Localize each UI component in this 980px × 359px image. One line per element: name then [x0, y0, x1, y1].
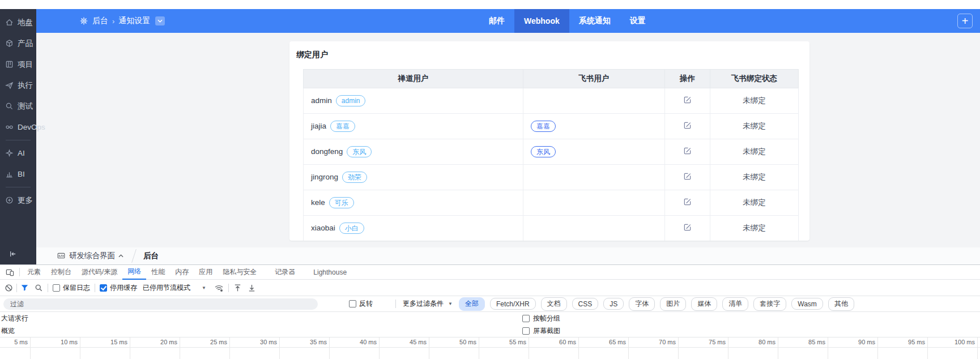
screenshots-checkbox[interactable]: 屏幕截图	[522, 324, 560, 337]
filter-funnel-icon[interactable]	[20, 284, 29, 292]
sidebar-collapse-button[interactable]	[0, 247, 36, 260]
edit-icon[interactable]	[683, 147, 692, 155]
sidebar-item-ai[interactable]: AI	[0, 143, 36, 164]
edit-icon[interactable]	[683, 96, 692, 104]
sidebar-item-project[interactable]: 项目	[0, 54, 36, 75]
sidebar-item-my[interactable]: 地盘	[0, 12, 36, 33]
chip-css[interactable]: CSS	[572, 298, 599, 310]
devtools-tab-recorder[interactable]: 记录器	[270, 265, 300, 280]
app-switcher-tab[interactable]: 研发综合界面	[57, 251, 123, 261]
table-row: kele可乐 未绑定	[304, 190, 799, 216]
chip-other[interactable]: 其他	[828, 297, 854, 311]
account-name: admin	[311, 96, 332, 105]
tab-system-notice[interactable]: 系统通知	[569, 9, 620, 33]
devtools-tab-lighthouse[interactable]: Lighthouse	[308, 265, 352, 280]
checkbox-unchecked[interactable]	[522, 315, 530, 322]
divider	[19, 268, 20, 276]
devtools-tab-performance[interactable]: 性能	[146, 265, 170, 280]
active-app-tab[interactable]: 后台	[143, 251, 159, 261]
network-options-row-1: 大请求行 按帧分组	[0, 312, 980, 324]
chip-manifest[interactable]: 清单	[722, 297, 748, 311]
top-white-strip	[0, 0, 980, 9]
group-by-frame-checkbox[interactable]: 按帧分组	[522, 312, 560, 324]
ruler-label: 65 ms	[578, 337, 628, 347]
device-toolbar-icon[interactable]	[2, 265, 17, 280]
feishu-badge: 东风	[531, 146, 556, 157]
ruler-label: 40 ms	[329, 337, 379, 347]
sidebar-item-product[interactable]: 产品	[0, 33, 36, 54]
ruler-label: 30 ms	[229, 337, 279, 347]
col-bind-status: 飞书绑定状态	[710, 70, 799, 88]
edit-icon[interactable]	[683, 198, 692, 206]
export-har-icon[interactable]	[248, 284, 256, 292]
ruler-label: 20 ms	[130, 337, 180, 347]
bind-user-table: 禅道用户 飞书用户 操作 飞书绑定状态 adminadmin 未绑定 jiaji	[303, 69, 799, 241]
chip-img[interactable]: 图片	[660, 297, 686, 311]
devtools-tab-sources[interactable]: 源代码/来源	[76, 265, 122, 280]
devtools-tab-memory[interactable]: 内存	[170, 265, 194, 280]
realname-badge: 劲荣	[342, 172, 367, 183]
devtools-tab-console[interactable]: 控制台	[46, 265, 76, 280]
bind-status: 未绑定	[710, 114, 799, 139]
more-filters-dropdown[interactable]: 更多过滤条件▼	[403, 299, 453, 309]
tab-webhook[interactable]: Webhook	[514, 9, 569, 33]
breadcrumb-dropdown[interactable]	[155, 16, 165, 25]
sidebar-item-bi[interactable]: BI	[0, 164, 36, 185]
tab-mail[interactable]: 邮件	[479, 9, 514, 33]
devtools-tab-network[interactable]: 网络	[122, 265, 146, 280]
chip-wasm[interactable]: Wasm	[791, 298, 823, 310]
devtools-tab-application[interactable]: 应用	[194, 265, 218, 280]
bottom-tab-bar: 研发综合界面 后台	[0, 247, 980, 264]
edit-icon[interactable]	[683, 223, 692, 232]
invert-filter-checkbox[interactable]: 反转	[349, 299, 373, 309]
ruler-label: 10 ms	[30, 337, 80, 347]
edit-icon[interactable]	[683, 121, 692, 130]
sidebar-item-more[interactable]: 更多	[0, 190, 36, 211]
ruler-label: 35 ms	[279, 337, 329, 347]
search-bug-icon	[5, 102, 14, 110]
throttling-select[interactable]: 已停用节流模式▼	[143, 283, 206, 293]
devtools-tab-bar: 元素 控制台 源代码/来源 网络 性能 内存 应用 隐私与安全 记录器 Ligh…	[0, 265, 980, 280]
breadcrumb[interactable]: 后台 › 通知设置	[79, 9, 165, 33]
tab-settings[interactable]: 设置	[620, 9, 655, 33]
bind-status: 未绑定	[710, 216, 799, 241]
chip-media[interactable]: 媒体	[691, 297, 717, 311]
checkbox-checked[interactable]	[100, 284, 107, 292]
clear-network-log-icon[interactable]	[5, 284, 13, 292]
network-toolbar: 保留日志 停用缓存 已停用节流模式▼	[0, 280, 980, 296]
ruler-label: 50 ms	[429, 337, 479, 347]
chip-doc[interactable]: 文档	[541, 297, 567, 311]
disable-cache-checkbox[interactable]: 停用缓存	[100, 283, 137, 293]
chip-all[interactable]: 全部	[459, 297, 485, 311]
preserve-log-checkbox[interactable]: 保留日志	[53, 283, 90, 293]
sidebar-item-execution[interactable]: 执行	[0, 75, 36, 96]
network-conditions-icon[interactable]	[214, 284, 224, 292]
realname-badge: 嘉嘉	[330, 121, 355, 132]
col-feishu-user: 飞书用户	[523, 70, 665, 88]
search-icon[interactable]	[35, 284, 43, 292]
account-name: xiaobai	[311, 224, 335, 232]
sidebar: 地盘 产品 项目 执行 测试 DevOps	[0, 9, 36, 264]
checkbox-unchecked[interactable]	[522, 327, 530, 335]
chip-js[interactable]: JS	[603, 298, 624, 310]
checkbox-unchecked[interactable]	[53, 284, 60, 292]
ruler-label: 85 ms	[778, 337, 828, 347]
chip-font[interactable]: 字体	[629, 297, 655, 311]
edit-icon[interactable]	[683, 172, 692, 181]
breadcrumb-page[interactable]: 通知设置	[118, 16, 150, 26]
devtools-tab-privacy[interactable]: 隐私与安全	[218, 265, 262, 280]
filter-input[interactable]	[3, 298, 318, 310]
import-har-icon[interactable]	[233, 284, 242, 292]
bind-status: 未绑定	[710, 165, 799, 190]
devtools-tab-elements[interactable]: 元素	[22, 265, 46, 280]
checkbox-unchecked[interactable]	[349, 300, 356, 307]
add-button[interactable]: +	[957, 14, 973, 28]
breadcrumb-section[interactable]: 后台	[92, 16, 108, 26]
home-icon	[5, 18, 14, 27]
table-row: xiaobai小白 未绑定	[304, 216, 799, 241]
chip-fetch-xhr[interactable]: Fetch/XHR	[490, 298, 536, 310]
sidebar-item-devops[interactable]: DevOps	[0, 117, 36, 138]
sidebar-item-qa[interactable]: 测试	[0, 96, 36, 117]
chip-socket[interactable]: 套接字	[753, 297, 786, 311]
network-overview-timeline[interactable]: 5 ms 10 ms 15 ms 20 ms 25 ms 30 ms 35 ms…	[0, 337, 980, 359]
